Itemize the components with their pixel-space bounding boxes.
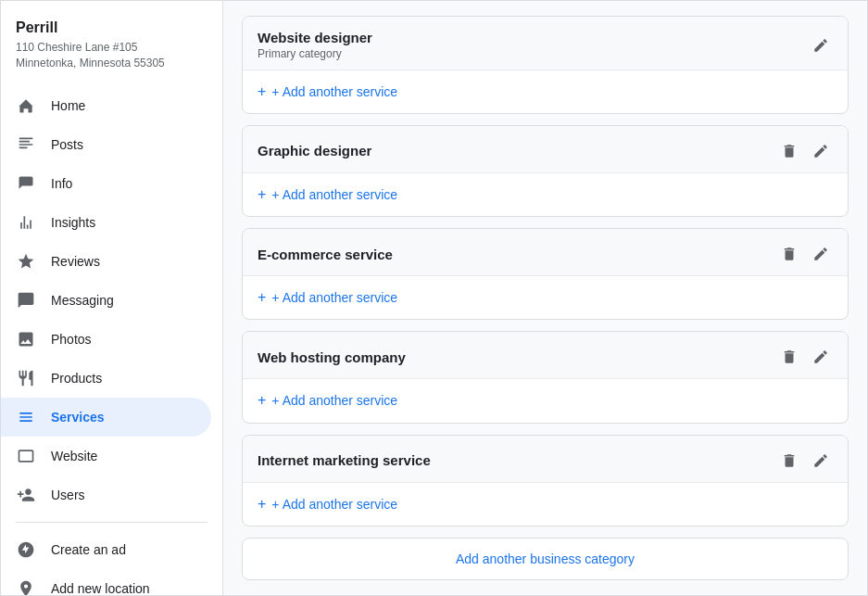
category-card-header-web-hosting-company: Web hosting company (243, 332, 848, 379)
svg-rect-2 (19, 144, 33, 146)
sidebar-label-create-ad: Create an ad (51, 542, 196, 557)
sidebar-label-reviews: Reviews (51, 254, 196, 269)
svg-rect-0 (19, 137, 33, 139)
category-title-website-designer: Website designer (258, 30, 372, 45)
home-icon (16, 95, 36, 116)
category-title-internet-marketing-service: Internet marketing service (258, 452, 431, 468)
sidebar: Perrill 110 Cheshire Lane #105 Minnetonk… (1, 1, 223, 595)
sidebar-item-insights[interactable]: Insights (1, 203, 211, 242)
reviews-icon (16, 251, 36, 272)
sidebar-label-insights: Insights (51, 215, 196, 230)
category-card-ecommerce-service: E-commerce service + + Add another servi (242, 228, 849, 320)
category-card-graphic-designer: Graphic designer + + Add another service (242, 125, 849, 217)
delete-button-ecommerce-service[interactable] (777, 242, 801, 266)
photos-icon (16, 329, 36, 349)
products-icon (16, 368, 36, 388)
category-subtitle-website-designer: Primary category (258, 47, 372, 60)
posts-icon (16, 134, 36, 155)
insights-icon (16, 212, 36, 233)
sidebar-label-services: Services (51, 410, 196, 425)
category-title-graphic-designer: Graphic designer (258, 143, 371, 159)
sidebar-label-info: Info (51, 176, 196, 191)
add-service-button-website-designer[interactable]: + + Add another service (258, 80, 397, 104)
services-icon (16, 407, 36, 427)
delete-button-internet-marketing-service[interactable] (777, 449, 801, 473)
add-service-button-ecommerce-service[interactable]: + + Add another service (258, 285, 397, 310)
sidebar-item-photos[interactable]: Photos (1, 320, 211, 359)
sidebar-label-photos: Photos (51, 332, 196, 347)
add-service-button-web-hosting-company[interactable]: + + Add another service (258, 388, 397, 412)
svg-rect-3 (19, 146, 28, 148)
sidebar-nav: Home Posts Info (1, 82, 222, 595)
sidebar-label-posts: Posts (51, 137, 196, 152)
category-card-header-internet-marketing-service: Internet marketing service (243, 436, 848, 483)
main-content: Website designer Primary category + + Ad… (223, 1, 867, 595)
sidebar-item-messaging[interactable]: Messaging (1, 281, 211, 320)
edit-button-ecommerce-service[interactable] (809, 242, 833, 266)
sidebar-item-products[interactable]: Products (1, 359, 211, 398)
delete-button-graphic-designer[interactable] (777, 139, 801, 163)
sidebar-label-products: Products (51, 371, 196, 386)
sidebar-label-messaging: Messaging (51, 293, 196, 308)
sidebar-item-create-ad[interactable]: Create an ad (1, 530, 211, 569)
category-card-header-website-designer: Website designer Primary category (243, 17, 848, 70)
sidebar-label-users: Users (51, 488, 196, 502)
add-location-icon (16, 578, 36, 595)
category-card-header-graphic-designer: Graphic designer (243, 126, 848, 173)
sidebar-header: Perrill 110 Cheshire Lane #105 Minnetonk… (1, 1, 222, 82)
users-icon (16, 485, 36, 505)
category-card-web-hosting-company: Web hosting company + + Add another serv (242, 331, 849, 423)
edit-button-website-designer[interactable] (809, 33, 833, 57)
sidebar-item-posts[interactable]: Posts (1, 125, 211, 164)
sidebar-item-website[interactable]: Website (1, 437, 211, 476)
edit-button-graphic-designer[interactable] (809, 139, 833, 163)
category-card-internet-marketing-service: Internet marketing service + + Add anoth (242, 435, 849, 526)
category-card-website-designer: Website designer Primary category + + Ad… (242, 16, 849, 114)
category-card-header-ecommerce-service: E-commerce service (243, 229, 848, 276)
sidebar-label-add-location: Add new location (51, 581, 196, 595)
edit-button-internet-marketing-service[interactable] (809, 449, 833, 473)
sidebar-divider (16, 522, 208, 523)
sidebar-item-info[interactable]: Info (1, 164, 211, 203)
sidebar-item-add-location[interactable]: Add new location (1, 569, 211, 595)
create-ad-icon (16, 539, 36, 560)
website-icon (16, 446, 36, 466)
svg-rect-1 (19, 140, 31, 142)
sidebar-item-services[interactable]: Services (1, 398, 211, 437)
messaging-icon (16, 290, 36, 311)
add-service-button-graphic-designer[interactable]: + + Add another service (258, 183, 397, 207)
sidebar-label-website: Website (51, 449, 196, 463)
category-title-ecommerce-service: E-commerce service (258, 247, 393, 262)
delete-button-web-hosting-company[interactable] (777, 345, 801, 369)
sidebar-item-home[interactable]: Home (1, 86, 211, 125)
edit-button-web-hosting-company[interactable] (809, 345, 833, 369)
business-address: 110 Cheshire Lane #105 Minnetonka, Minne… (16, 40, 208, 71)
sidebar-label-home: Home (51, 98, 196, 113)
add-service-button-internet-marketing-service[interactable]: + + Add another service (258, 492, 397, 516)
add-business-category-button[interactable]: Add another business category (242, 538, 849, 580)
sidebar-item-reviews[interactable]: Reviews (1, 242, 211, 281)
business-name: Perrill (16, 19, 208, 36)
sidebar-item-users[interactable]: Users (1, 476, 211, 514)
info-icon (16, 173, 36, 194)
category-title-web-hosting-company: Web hosting company (258, 349, 406, 365)
